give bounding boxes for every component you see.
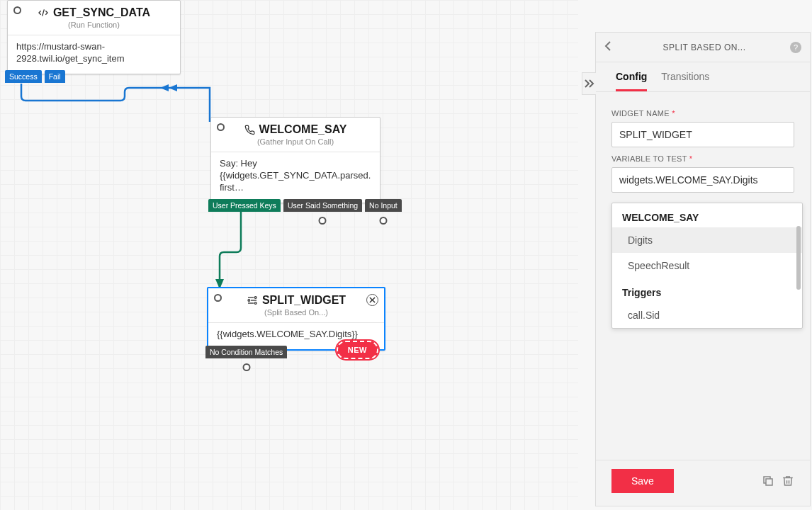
code-icon <box>38 7 49 18</box>
node-split-widget[interactable]: SPLIT_WIDGET (Split Based On...) {{widge… <box>207 287 385 351</box>
outcome-no-condition-matches[interactable]: No Condition Matches <box>205 346 287 358</box>
connectors-layer <box>0 0 578 510</box>
new-transition-button[interactable]: NEW <box>337 341 378 359</box>
trash-icon[interactable] <box>782 475 794 487</box>
outcome-label: User Pressed Keys <box>213 201 276 210</box>
variable-to-test-label: VARIABLE TO TEST * <box>611 154 794 163</box>
outcome-connector-dot[interactable] <box>242 363 250 371</box>
dropdown-scrollbar[interactable] <box>796 226 801 290</box>
outcome-connector-dot[interactable] <box>379 217 387 225</box>
outcome-user-said-something[interactable]: User Said Something <box>283 199 362 212</box>
duplicate-icon[interactable] <box>762 475 774 487</box>
node-welcome-say[interactable]: WELCOME_SAY (Gather Input On Call) Say: … <box>210 117 380 203</box>
save-button[interactable]: Save <box>611 469 674 493</box>
node-subtype: (Gather Input On Call) <box>211 137 380 152</box>
node-title: GET_SYNC_DATA <box>53 6 150 19</box>
outcome-fail[interactable]: Fail <box>45 70 65 83</box>
outcome-user-pressed-keys[interactable]: User Pressed Keys <box>208 199 281 212</box>
svg-point-7 <box>254 297 256 299</box>
dropdown-item-call-sid[interactable]: call.Sid <box>612 302 802 328</box>
node-body: Say: Hey {{widgets.GET_SYNC_DATA.parsed.… <box>211 152 380 203</box>
collapse-panel-button[interactable] <box>582 72 596 95</box>
back-button[interactable] <box>604 40 619 55</box>
node-incoming-dot[interactable] <box>13 6 21 14</box>
svg-marker-0 <box>160 84 169 91</box>
outcome-label: Fail <box>49 72 61 81</box>
dropdown-item-digits[interactable]: Digits <box>612 227 802 253</box>
svg-point-11 <box>254 302 256 305</box>
node-title: WELCOME_SAY <box>259 123 347 136</box>
panel-form: WIDGET NAME * VARIABLE TO TEST * WELCOME… <box>596 92 810 460</box>
panel-footer: Save <box>596 460 810 506</box>
close-icon[interactable] <box>366 294 378 306</box>
dropdown-item-speechresult[interactable]: SpeechResult <box>612 253 802 278</box>
outcome-label: No Condition Matches <box>210 348 283 356</box>
svg-rect-12 <box>766 479 772 485</box>
node-body: https://mustard-swan-2928.twil.io/get_sy… <box>8 35 180 74</box>
variable-dropdown: WELCOME_SAY Digits SpeechResult Triggers… <box>611 203 803 329</box>
node-incoming-dot[interactable] <box>217 123 225 131</box>
node-incoming-dot[interactable] <box>214 294 222 302</box>
svg-point-9 <box>248 300 250 302</box>
dropdown-group-triggers: Triggers <box>612 278 802 302</box>
outcome-success[interactable]: Success <box>5 70 42 83</box>
panel-header: SPLIT BASED ON... ? <box>596 33 810 62</box>
outcome-label: No Input <box>369 201 397 210</box>
config-panel: SPLIT BASED ON... ? Config Transitions W… <box>595 32 811 506</box>
phone-icon <box>244 125 255 135</box>
split-icon <box>247 295 258 305</box>
widget-name-label: WIDGET NAME * <box>611 109 794 118</box>
outcome-connector-dot[interactable] <box>319 217 327 225</box>
node-get-sync-data[interactable]: GET_SYNC_DATA (Run Function) https://mus… <box>7 0 181 74</box>
node-subtype: (Run Function) <box>8 21 180 35</box>
outcome-label: User Said Something <box>288 201 358 210</box>
tab-transitions[interactable]: Transitions <box>661 71 709 91</box>
widget-name-input[interactable] <box>611 122 794 147</box>
help-icon[interactable]: ? <box>790 42 801 53</box>
variable-to-test-input[interactable] <box>611 167 794 193</box>
outcome-label: Success <box>9 72 38 81</box>
panel-tabs: Config Transitions <box>596 62 810 92</box>
flow-canvas[interactable]: GET_SYNC_DATA (Run Function) https://mus… <box>0 0 578 510</box>
node-subtype: (Split Based On...) <box>208 308 384 322</box>
node-title: SPLIT_WIDGET <box>262 294 346 307</box>
panel-title: SPLIT BASED ON... <box>619 42 790 52</box>
dropdown-group-welcome-say: WELCOME_SAY <box>612 203 802 227</box>
svg-line-3 <box>43 9 45 16</box>
tab-config[interactable]: Config <box>616 71 647 91</box>
svg-marker-1 <box>169 84 177 91</box>
outcome-no-input[interactable]: No Input <box>365 199 402 212</box>
